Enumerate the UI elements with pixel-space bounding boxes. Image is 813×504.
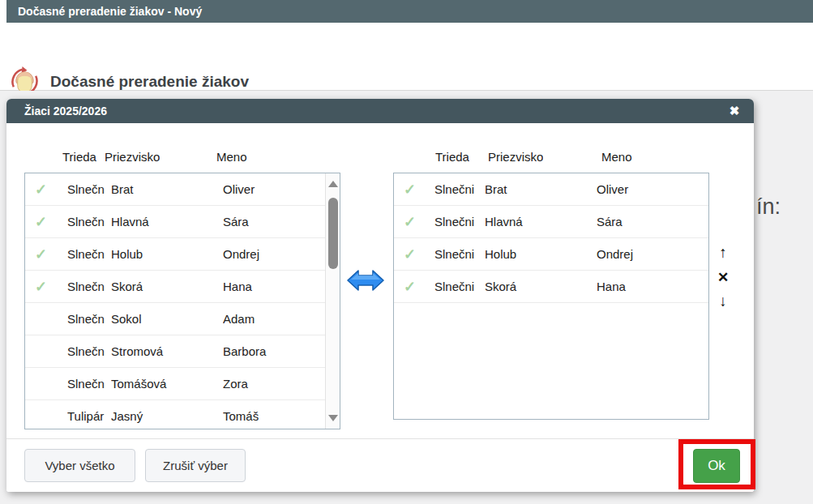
move-up-icon[interactable]: ↑ xyxy=(713,243,733,263)
select-all-button[interactable]: Vyber všetko xyxy=(24,449,135,482)
ok-button[interactable]: Ok xyxy=(693,449,740,483)
check-icon: ✓ xyxy=(35,206,56,238)
cell-priezvisko: Sokol xyxy=(111,303,220,335)
table-row[interactable]: ✓ Slnečn Skorá Hana xyxy=(25,271,325,303)
cell-meno: Sára xyxy=(597,206,694,238)
check-icon: ✓ xyxy=(35,238,56,271)
cell-trieda: Slnečni xyxy=(434,238,480,271)
cell-meno: Sára xyxy=(223,206,320,238)
table-row[interactable]: ✓ Slnečni Hlavná Sára xyxy=(394,206,708,238)
cell-meno: Oliver xyxy=(597,173,694,206)
check-icon: ✓ xyxy=(404,238,425,271)
table-row[interactable]: ✓ Slnečn Brat Oliver xyxy=(25,173,325,206)
left-col-header-priezvisko: Priezvisko xyxy=(105,150,160,164)
table-row[interactable]: ✓ Slnečni Brat Oliver xyxy=(394,173,708,206)
available-students-list: ✓ Slnečn Brat Oliver ✓ Slnečn Hlavná Sár… xyxy=(24,173,340,429)
cell-trieda: Slnečni xyxy=(434,173,480,206)
window-titlebar: Dočasné preradenie žiakov - Nový xyxy=(6,0,813,23)
cell-priezvisko: Stromová xyxy=(111,335,220,368)
check-icon: ✓ xyxy=(35,271,56,303)
background-label-fragment: ín: xyxy=(756,194,781,220)
cell-priezvisko: Tomášová xyxy=(111,368,220,400)
dialog-titlebar: Žiaci 2025/2026 ✖ xyxy=(6,99,754,123)
right-col-header-meno: Meno xyxy=(601,150,632,164)
cell-priezvisko: Jasný xyxy=(111,400,220,429)
check-icon: ✓ xyxy=(404,206,425,238)
right-col-header-trieda: Trieda xyxy=(435,150,469,164)
table-row[interactable]: ✓ Slnečn Hlavná Sára xyxy=(25,206,325,238)
close-icon[interactable]: ✖ xyxy=(726,99,742,123)
cell-trieda: Slnečn xyxy=(67,368,109,400)
cell-trieda: Slnečn xyxy=(67,303,109,335)
cell-meno: Ondrej xyxy=(597,238,694,271)
cell-priezvisko: Skorá xyxy=(485,271,594,303)
cell-priezvisko: Holub xyxy=(485,238,594,271)
right-col-header-priezvisko: Priezvisko xyxy=(488,150,543,164)
table-row[interactable]: ✓ Slnečn Holub Ondrej xyxy=(25,238,325,271)
cell-meno: Oliver xyxy=(223,173,320,206)
move-down-icon[interactable]: ↓ xyxy=(713,292,733,311)
table-row[interactable]: ✓ Slnečni Skorá Hana xyxy=(394,271,708,303)
table-row[interactable]: ✓ Slnečni Holub Ondrej xyxy=(394,238,708,271)
selected-students-list: ✓ Slnečni Brat Oliver ✓ Slnečni Hlavná S… xyxy=(393,173,709,420)
cell-trieda: Slnečn xyxy=(67,173,109,206)
students-dialog: Žiaci 2025/2026 ✖ Trieda Priezvisko Meno… xyxy=(6,99,754,492)
cell-priezvisko: Hlavná xyxy=(111,206,220,238)
cell-priezvisko: Skorá xyxy=(111,271,220,303)
cell-meno: Barbora xyxy=(223,335,320,368)
page-title: Dočasné preradenie žiakov xyxy=(50,73,249,91)
app-header: Dočasné preradenie žiakov xyxy=(0,23,813,91)
left-col-header-trieda: Trieda xyxy=(62,150,100,164)
cell-trieda: Slnečni xyxy=(434,206,480,238)
dialog-footer: Vyber všetko Zrušiť výber Ok xyxy=(6,438,754,492)
cell-meno: Hana xyxy=(597,271,694,303)
cell-priezvisko: Hlavná xyxy=(485,206,594,238)
cell-meno: Hana xyxy=(223,271,320,303)
cell-priezvisko: Brat xyxy=(485,173,594,206)
cell-trieda: Slnečn xyxy=(67,206,109,238)
cell-trieda: Slnečn xyxy=(67,271,109,303)
table-row[interactable]: Slnečn Stromová Barbora xyxy=(25,335,325,368)
cell-priezvisko: Brat xyxy=(111,173,220,206)
table-row[interactable]: Tulipár Jasný Tomáš xyxy=(25,400,325,429)
cell-trieda: Tulipár xyxy=(67,400,109,429)
cell-trieda: Slnečni xyxy=(434,271,480,303)
cell-meno: Tomáš xyxy=(223,400,320,429)
check-icon: ✓ xyxy=(35,173,56,206)
scrollbar[interactable] xyxy=(325,173,340,429)
scroll-down-icon[interactable] xyxy=(328,415,338,421)
swap-arrow-icon[interactable] xyxy=(346,266,385,295)
clear-selection-button[interactable]: Zrušiť výber xyxy=(145,449,246,482)
cell-trieda: Slnečn xyxy=(67,335,109,368)
scroll-up-icon[interactable] xyxy=(328,181,338,187)
scrollbar-thumb[interactable] xyxy=(328,198,338,269)
check-icon: ✓ xyxy=(404,173,425,206)
remove-icon[interactable]: ✕ xyxy=(713,268,733,288)
cell-priezvisko: Holub xyxy=(111,238,220,271)
table-row[interactable]: Slnečn Tomášová Zora xyxy=(25,368,325,400)
window-title: Dočasné preradenie žiakov - Nový xyxy=(18,5,202,18)
cell-trieda: Slnečn xyxy=(67,238,109,271)
cell-meno: Ondrej xyxy=(223,238,320,271)
cell-meno: Zora xyxy=(223,368,320,400)
left-col-header-meno: Meno xyxy=(216,150,247,164)
check-icon: ✓ xyxy=(404,271,425,303)
dialog-title: Žiaci 2025/2026 xyxy=(24,105,107,117)
table-row[interactable]: Slnečn Sokol Adam xyxy=(25,303,325,335)
cell-meno: Adam xyxy=(223,303,320,335)
